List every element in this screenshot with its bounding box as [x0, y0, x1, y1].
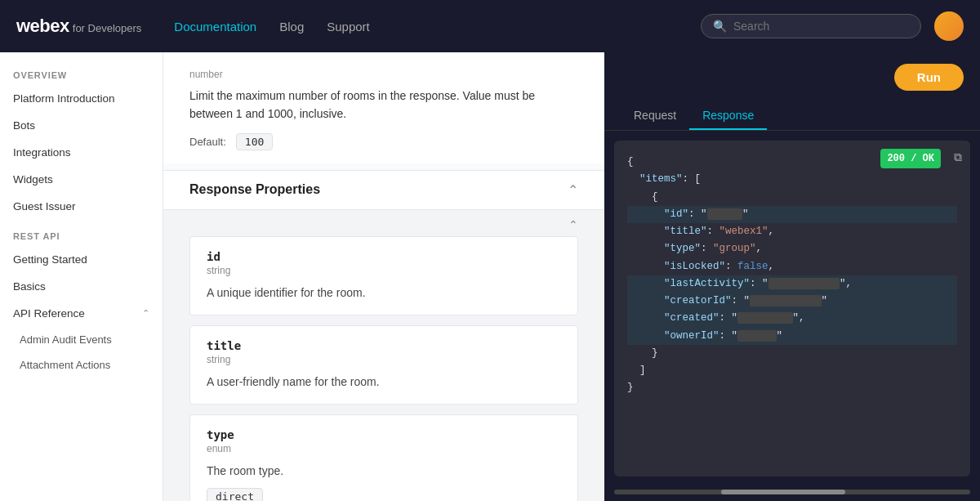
sidebar-item-platform-introduction[interactable]: Platform Introduction [0, 85, 163, 112]
logo-webex: webex [16, 16, 69, 37]
prop-type-type: enum [207, 443, 561, 454]
logo-suffix: for Developers [73, 22, 142, 34]
sidebar-section-label-rest-api: REST API [0, 220, 163, 246]
prop-container: ⌃ id string A unique identifier for the … [163, 210, 604, 501]
chevron-up-icon: ⌃ [142, 308, 149, 319]
right-panel: Run Request Response 200 / OK ⧉ { "items… [604, 52, 980, 501]
scroll-track[interactable] [614, 490, 970, 494]
search-input[interactable] [733, 20, 909, 33]
code-line-10: "created": " ", [627, 310, 957, 327]
code-line-5: "title": "webex1", [627, 223, 957, 240]
center-content: number Limit the maximum number of rooms… [163, 52, 604, 501]
code-line-7: "isLocked": false, [627, 258, 957, 275]
tab-request[interactable]: Request [621, 102, 689, 130]
code-line-9: "creatorId": " " [627, 293, 957, 310]
code-line-6: "type": "group", [627, 240, 957, 257]
prop-name-title: title [207, 339, 561, 352]
default-row: Default: 100 [189, 133, 578, 150]
prop-type-title: string [207, 354, 561, 365]
prop-enum-value: direct [207, 488, 263, 501]
code-line-8: "lastActivity": " ", [627, 275, 957, 293]
prop-type-id: string [207, 265, 561, 276]
default-value: 100 [236, 133, 273, 150]
prop-desc-type: The room type. [207, 463, 561, 480]
code-line-11: "ownerId": " " [627, 328, 957, 345]
header-right: 🔍 [701, 11, 964, 41]
sidebar-item-basics[interactable]: Basics [0, 273, 163, 300]
code-line-4: "id": " " [627, 206, 957, 223]
avatar[interactable] [934, 11, 964, 41]
sidebar-item-widgets[interactable]: Widgets [0, 166, 163, 193]
logo[interactable]: webex for Developers [16, 16, 141, 37]
sidebar-section-label-overview: OVERVIEW [0, 59, 163, 85]
scroll-thumb[interactable] [721, 490, 846, 494]
code-line-14: } [627, 379, 957, 396]
right-panel-top: Run [604, 52, 980, 102]
main-layout: OVERVIEW Platform Introduction Bots Inte… [0, 52, 980, 501]
nav-blog[interactable]: Blog [279, 20, 304, 34]
prop-desc-id: A unique identifier for the room. [207, 284, 561, 302]
sidebar: OVERVIEW Platform Introduction Bots Inte… [0, 52, 163, 501]
code-line-12: } [627, 345, 957, 362]
sidebar-item-api-reference[interactable]: API Reference ⌃ [0, 300, 163, 327]
header: webex for Developers Documentation Blog … [0, 0, 980, 52]
prop-section-header-id[interactable]: ⌃ [163, 213, 604, 231]
prop-item-id: id string A unique identifier for the ro… [189, 236, 578, 315]
sidebar-section-overview: OVERVIEW Platform Introduction Bots Inte… [0, 59, 163, 220]
sidebar-item-integrations[interactable]: Integrations [0, 139, 163, 166]
param-type-label: number [189, 69, 578, 80]
prop-name-id: id [207, 250, 561, 263]
tabs-row: Request Response [604, 102, 980, 131]
response-properties-section-header[interactable]: Response Properties ⌃ [163, 170, 604, 210]
param-description: Limit the maximum number of rooms in the… [189, 87, 578, 123]
run-button[interactable]: Run [894, 64, 964, 91]
search-icon: 🔍 [713, 20, 727, 33]
nav-documentation[interactable]: Documentation [174, 20, 256, 34]
sidebar-item-bots[interactable]: Bots [0, 112, 163, 139]
sidebar-item-admin-audit-events[interactable]: Admin Audit Events [0, 327, 163, 352]
sidebar-item-guest-issuer[interactable]: Guest Issuer [0, 193, 163, 220]
sidebar-item-attachment-actions[interactable]: Attachment Actions [0, 352, 163, 378]
prop-chevron-up-icon: ⌃ [568, 218, 578, 231]
nav-support[interactable]: Support [327, 20, 370, 34]
code-line-2: "items": [ [627, 171, 957, 188]
param-section: number Limit the maximum number of rooms… [163, 52, 604, 163]
search-bar[interactable]: 🔍 [701, 14, 921, 38]
prop-item-title: title string A user-friendly name for th… [189, 325, 578, 405]
prop-desc-title: A user-friendly name for the room. [207, 374, 561, 391]
main-nav: Documentation Blog Support [174, 20, 369, 34]
sidebar-item-api-reference-label: API Reference [13, 307, 85, 320]
code-line-13: ] [627, 362, 957, 379]
copy-icon[interactable]: ⧉ [954, 149, 962, 168]
code-line-3: { [627, 189, 957, 206]
sidebar-item-getting-started[interactable]: Getting Started [0, 246, 163, 273]
tab-response[interactable]: Response [689, 102, 767, 130]
response-properties-title: Response Properties [189, 182, 320, 197]
status-badge: 200 / OK [880, 149, 941, 168]
chevron-collapse-icon: ⌃ [568, 182, 578, 198]
code-block: 200 / OK ⧉ { "items": [ { "id": " " "tit… [614, 141, 970, 476]
right-panel-scrollbar [604, 486, 980, 501]
prop-item-type: type enum The room type. direct string [189, 414, 578, 501]
prop-name-type: type [207, 428, 561, 441]
sidebar-section-rest-api: REST API Getting Started Basics API Refe… [0, 220, 163, 378]
default-label: Default: [189, 136, 226, 148]
